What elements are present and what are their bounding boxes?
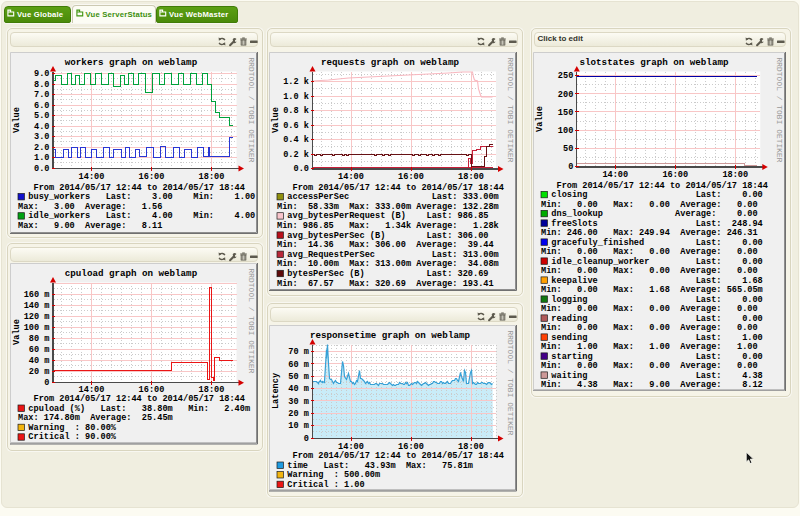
svg-text:40 m: 40 m [288, 384, 309, 394]
svg-text:16:00: 16:00 [398, 172, 424, 182]
svg-text:sending La: sending Last: 1.00 [541, 332, 763, 342]
svg-text:18:00: 18:00 [458, 172, 484, 182]
svg-text:1.0 k: 1.0 k [283, 91, 309, 101]
svg-text:0.0: 0.0 [34, 163, 49, 173]
svg-text:From 2014/05/17 12:44 to 2014/: From 2014/05/17 12:44 to 2014/05/17 18:4… [277, 451, 504, 461]
svg-text:Value: Value [11, 107, 21, 133]
svg-text:80 m: 80 m [28, 334, 49, 344]
svg-text:Max: 3.00 Average: 1.56: Max: 3.00 Average: 1.56 [18, 201, 162, 211]
svg-text:cpuload graph on weblamp: cpuload graph on weblamp [64, 268, 197, 279]
svg-text:waiting La: waiting Last: 4.38 [541, 370, 763, 380]
svg-text:Max: 174.80m Average: 25.45m: Max: 174.80m Average: 25.45m [18, 413, 173, 423]
svg-text:Min: 58.33m Max: 333.00m Ave: Min: 58.33m Max: 333.00m Average: 132.28… [277, 201, 499, 211]
svg-text:0: 0 [44, 378, 49, 388]
svg-text:accessPerSec La: accessPerSec Last: 333.00m [277, 192, 499, 202]
svg-text:4.0: 4.0 [34, 121, 49, 131]
svg-text:1.2 k: 1.2 k [283, 77, 309, 87]
svg-text:reading La: reading Last: 0.00 [541, 313, 763, 323]
svg-text:50 m: 50 m [288, 372, 309, 382]
svg-text:140 m: 140 m [23, 301, 49, 311]
svg-text:workers graph on weblamp: workers graph on weblamp [64, 56, 197, 67]
svg-text:16:00: 16:00 [138, 172, 164, 182]
svg-text:starting La: starting Last: 0.00 [541, 351, 763, 361]
svg-text:9.0: 9.0 [34, 69, 49, 79]
svg-text:14:00: 14:00 [78, 172, 104, 182]
svg-text:Min: 10.00m Max: 313.00m Ave: Min: 10.00m Max: 313.00m Average: 34.08m [277, 259, 499, 269]
svg-text:40 m: 40 m [28, 356, 49, 366]
svg-text:60 m: 60 m [28, 345, 49, 355]
svg-text:8.0: 8.0 [34, 79, 49, 89]
svg-text:Value: Value [271, 107, 281, 133]
svg-text:Min: 67.57 Max: 320.69 Ave: Min: 67.57 Max: 320.69 Average: 193.41 [277, 278, 494, 288]
svg-text:30 m: 30 m [288, 397, 309, 407]
svg-text:RRDTOOL / TOBI OETIKER: RRDTOOL / TOBI OETIKER [774, 57, 782, 162]
svg-text:2.0: 2.0 [34, 142, 49, 152]
svg-text:120 m: 120 m [23, 312, 49, 322]
svg-text:0.4 k: 0.4 k [283, 135, 309, 145]
svg-text:From 2014/05/17 12:44 to 2014/: From 2014/05/17 12:44 to 2014/05/17 18:4… [18, 394, 245, 404]
svg-text:Latency: Latency [271, 373, 281, 409]
svg-text:Min: 0.00 Max: 0.00 Ave: Min: 0.00 Max: 0.00 Average: 0.00 [541, 323, 758, 333]
svg-text:0.0: 0.0 [294, 164, 309, 174]
svg-text:Min: 246.00 Max: 249.94 Ave: Min: 246.00 Max: 249.94 Average: 246.31 [541, 228, 758, 238]
svg-text:100 m: 100 m [23, 323, 49, 333]
svg-text:0.8 k: 0.8 k [283, 106, 309, 116]
svg-text:20 m: 20 m [288, 409, 309, 419]
svg-text:RRDTOOL / TOBI OETIKER: RRDTOOL / TOBI OETIKER [246, 57, 254, 162]
svg-text:Min: 0.00 Max: 0.00 Ave: Min: 0.00 Max: 0.00 Average: 0.00 [541, 199, 758, 209]
svg-text:time Last: 43.93m Max:: time Last: 43.93m Max: 75.81m [277, 461, 473, 471]
svg-text:18:00: 18:00 [458, 442, 484, 452]
svg-text:busy_workers Last: 3.00: busy_workers Last: 3.00 Min: 1.00 [18, 192, 255, 202]
svg-text:18:00: 18:00 [198, 172, 224, 182]
svg-text:From 2014/05/17 12:44 to 2014/: From 2014/05/17 12:44 to 2014/05/17 18:4… [18, 182, 245, 192]
svg-text:Min: 4.38 Max: 9.00 Ave: Min: 4.38 Max: 9.00 Average: 8.12 [541, 380, 763, 390]
svg-text:avg_bytesPerRequest (B) Las: avg_bytesPerRequest (B) Last: 986.85 [277, 211, 488, 221]
svg-text:idle_cleanup_worker La: idle_cleanup_worker Last: 0.00 [541, 256, 763, 266]
svg-text:16:00: 16:00 [398, 442, 424, 452]
svg-text:70 m: 70 m [288, 347, 309, 357]
svg-text:Min: 0.00 Max: 0.00 Ave: Min: 0.00 Max: 0.00 Average: 0.00 [541, 361, 758, 371]
svg-text:10 m: 10 m [288, 421, 309, 431]
svg-text:RRDTOOL / TOBI OETIKER: RRDTOOL / TOBI OETIKER [246, 269, 254, 374]
svg-text:50: 50 [562, 144, 572, 154]
svg-text:14:00: 14:00 [338, 172, 364, 182]
svg-text:150: 150 [557, 107, 572, 117]
svg-text:14:00: 14:00 [602, 170, 628, 180]
svg-text:Min: 0.00 Max: 0.00 Ave: Min: 0.00 Max: 0.00 Average: 0.00 [541, 266, 758, 276]
svg-text:From 2014/05/17 12:44 to 2014/: From 2014/05/17 12:44 to 2014/05/17 18:4… [541, 180, 768, 190]
svg-text:gracefuly_finished La: gracefuly_finished Last: 0.00 [541, 237, 763, 247]
svg-text:160 m: 160 m [23, 290, 49, 300]
svg-text:6.0: 6.0 [34, 100, 49, 110]
svg-text:idle_workers Last: 4.00: idle_workers Last: 4.00 Min: 4.00 [18, 211, 255, 221]
svg-text:14:00: 14:00 [338, 442, 364, 452]
svg-text:1.0: 1.0 [34, 153, 49, 163]
svg-text:freeSlots La: freeSlots Last: 248.94 [541, 218, 763, 228]
svg-text:Value: Value [11, 319, 21, 345]
svg-text:keepalive La: keepalive Last: 1.68 [541, 275, 763, 285]
svg-text:RRDTOOL / TOBI OETIKER: RRDTOOL / TOBI OETIKER [506, 331, 514, 436]
svg-text:cpuload (%) Last: 38.80m: cpuload (%) Last: 38.80m Min: 2.40m [18, 404, 250, 414]
svg-text:bytesPerSec (B) Las: bytesPerSec (B) Last: 320.69 [277, 268, 488, 278]
svg-text:closing La: closing Last: 0.00 [541, 190, 763, 200]
svg-text:250: 250 [557, 71, 572, 81]
svg-text:60 m: 60 m [288, 360, 309, 370]
svg-text:18:00: 18:00 [198, 385, 224, 395]
svg-text:Min: 14.36 Max: 306.00 Ave: Min: 14.36 Max: 306.00 Average: 39.44 [277, 240, 494, 250]
svg-text:100: 100 [557, 125, 572, 135]
svg-text:7.0: 7.0 [34, 90, 49, 100]
svg-text:dns_lookup Averag: dns_lookup Average: 0.00 [541, 209, 758, 219]
svg-text:18:00: 18:00 [722, 170, 748, 180]
svg-text:3.0: 3.0 [34, 132, 49, 142]
svg-text:avg_RequestPerSec La: avg_RequestPerSec Last: 313.00m [277, 249, 499, 259]
svg-text:5.0: 5.0 [34, 111, 49, 121]
svg-text:From 2014/05/17 12:44 to 2014/: From 2014/05/17 12:44 to 2014/05/17 18:4… [277, 182, 504, 192]
svg-text:Min: 0.00 Max: 0.00 Ave: Min: 0.00 Max: 0.00 Average: 0.00 [541, 304, 758, 314]
svg-text:Min: 1.00 Max: 1.00 Ave: Min: 1.00 Max: 1.00 Average: 1.00 [541, 342, 758, 352]
svg-text:responsetime graph on weblamp: responsetime graph on weblamp [310, 330, 470, 341]
svg-text:Min: 0.00 Max: 0.00 Ave: Min: 0.00 Max: 0.00 Average: 0.00 [541, 247, 758, 257]
svg-text:Warning : 80.00%: Warning : 80.00% [18, 423, 117, 433]
svg-text:Critical : 90.00%: Critical : 90.00% [18, 432, 117, 442]
svg-text:slotstates graph on weblamp: slotstates graph on weblamp [579, 56, 728, 67]
svg-text:logging La: logging Last: 0.00 [541, 294, 763, 304]
svg-text:RRDTOOL / TOBI OETIKER: RRDTOOL / TOBI OETIKER [506, 57, 514, 162]
